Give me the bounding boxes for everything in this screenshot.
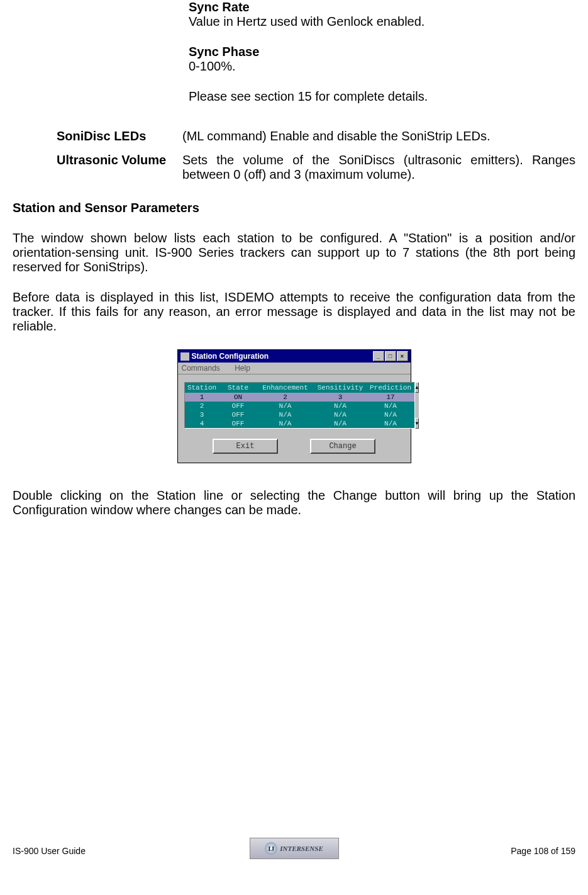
table-cell: OFF xyxy=(219,420,257,427)
scroll-up-icon[interactable]: ▲ xyxy=(415,382,419,393)
sonidisc-leds-label: SoniDisc LEDs xyxy=(57,129,182,144)
exit-button[interactable]: Exit xyxy=(213,439,278,454)
table-cell: ON xyxy=(219,393,257,401)
window-icon xyxy=(180,352,189,361)
table-cell: 3 xyxy=(314,393,367,401)
sync-rate-label: Sync Rate xyxy=(189,0,575,14)
table-cell: N/A xyxy=(367,420,414,427)
window-title: Station Configuration xyxy=(192,352,269,361)
table-cell: N/A xyxy=(314,420,367,427)
see-section-note: Please see section 15 for complete detai… xyxy=(189,89,575,104)
table-cell: 2 xyxy=(185,402,219,410)
section-heading: Station and Sensor Parameters xyxy=(13,201,575,215)
col-sensitivity: Sensitivity xyxy=(314,384,367,391)
scrollbar[interactable]: ▲ ▼ xyxy=(415,382,419,429)
table-row[interactable]: 2OFFN/AN/AN/A xyxy=(185,402,414,410)
table-cell: N/A xyxy=(257,420,314,427)
station-configuration-window: Station Configuration _ □ × Commands Hel… xyxy=(177,349,411,463)
table-row[interactable]: 1ON2317 xyxy=(185,393,414,402)
col-station: Station xyxy=(185,384,219,391)
col-state: State xyxy=(219,384,257,391)
table-cell: 4 xyxy=(185,420,219,427)
paragraph-3: Double clicking on the Station line or s… xyxy=(13,488,575,517)
table-row[interactable]: 3OFFN/AN/AN/A xyxy=(185,410,414,419)
window-titlebar[interactable]: Station Configuration _ □ × xyxy=(178,350,411,363)
sonidisc-leds-text: (ML command) Enable and disable the Soni… xyxy=(182,129,575,144)
logo-icon: IJ xyxy=(265,842,277,855)
table-cell: N/A xyxy=(257,402,314,410)
paragraph-1: The window shown below lists each statio… xyxy=(13,231,575,274)
table-cell: 1 xyxy=(185,393,219,401)
change-button[interactable]: Change xyxy=(310,439,375,454)
maximize-button[interactable]: □ xyxy=(385,351,396,361)
minimize-button[interactable]: _ xyxy=(373,351,384,361)
menu-commands[interactable]: Commands xyxy=(182,364,220,373)
col-enhancement: Enhancement xyxy=(257,384,314,391)
table-cell: OFF xyxy=(219,402,257,410)
ultrasonic-volume-text: Sets the volume of the SoniDiscs (ultras… xyxy=(182,153,575,182)
table-cell: N/A xyxy=(367,411,414,419)
sync-phase-text: 0-100%. xyxy=(189,59,575,74)
logo-text: INTERSENSE xyxy=(280,845,323,852)
table-row[interactable]: 4OFFN/AN/AN/A xyxy=(185,419,414,428)
table-cell: 2 xyxy=(257,393,314,401)
ultrasonic-volume-label: Ultrasonic Volume xyxy=(57,153,182,182)
footer-left: IS-900 User Guide xyxy=(13,846,86,856)
menu-help[interactable]: Help xyxy=(235,364,250,373)
scroll-down-icon[interactable]: ▼ xyxy=(415,418,419,429)
station-table[interactable]: Station State Enhancement Sensitivity Pr… xyxy=(184,382,415,429)
table-cell: N/A xyxy=(314,411,367,419)
col-prediction: Prediction xyxy=(367,384,414,391)
footer-right: Page 108 of 159 xyxy=(511,846,575,856)
intersense-logo: IJ INTERSENSE xyxy=(250,838,339,859)
sync-phase-label: Sync Phase xyxy=(189,45,575,59)
menubar: Commands Help xyxy=(178,363,411,374)
table-cell: 17 xyxy=(367,393,414,401)
table-cell: N/A xyxy=(367,402,414,410)
table-cell: N/A xyxy=(314,402,367,410)
close-button[interactable]: × xyxy=(397,351,408,361)
sync-rate-text: Value in Hertz used with Genlock enabled… xyxy=(189,14,575,29)
table-header: Station State Enhancement Sensitivity Pr… xyxy=(185,383,414,393)
table-cell: OFF xyxy=(219,411,257,419)
paragraph-2: Before data is displayed in this list, I… xyxy=(13,290,575,334)
table-cell: 3 xyxy=(185,411,219,419)
table-cell: N/A xyxy=(257,411,314,419)
